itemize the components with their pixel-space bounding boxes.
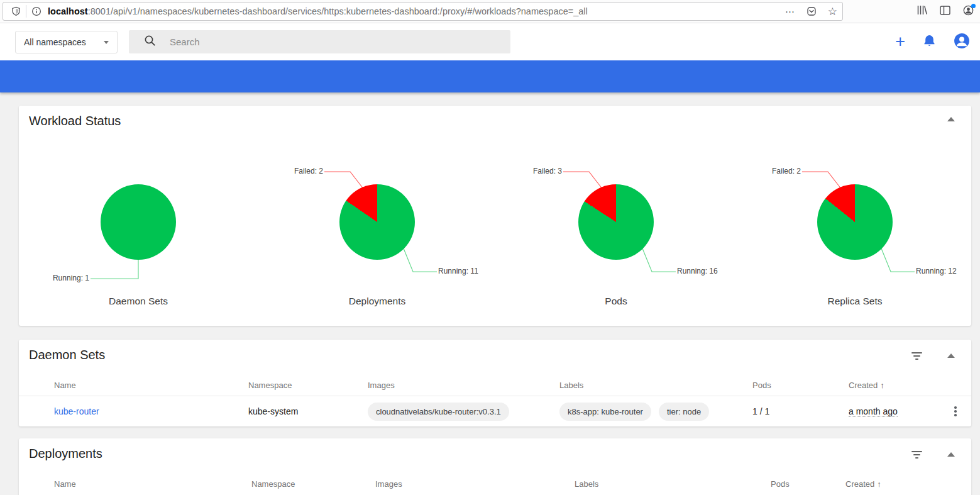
page-actions-icon[interactable]: ⋯ (785, 7, 795, 16)
deployments-title: Deployments (29, 447, 102, 461)
sidebar-icon[interactable] (940, 6, 950, 18)
browser-toolbar: localhost:8001/api/v1/namespaces/kuberne… (0, 0, 980, 23)
column-header-labels[interactable]: Labels (568, 479, 764, 489)
table-header: Name Namespace Images Labels Pods Create… (19, 374, 971, 396)
chart-label-failed: Failed: 2 (258, 167, 323, 175)
search-input[interactable] (170, 36, 471, 47)
deployments-card: Deployments Name Namespace Images Labels… (19, 438, 971, 495)
label-chip: k8s-app: kube-router (559, 403, 651, 421)
connector-line (881, 248, 915, 272)
site-info-icon[interactable] (29, 4, 44, 19)
connector-line (91, 260, 138, 279)
divider (26, 5, 26, 18)
workload-charts-row: Running: 1 Daemon Sets Failed: 2 Running… (19, 146, 971, 316)
chart-title: Deployments (258, 296, 497, 307)
column-header-created[interactable]: Created↑ (842, 381, 940, 390)
search-icon (144, 35, 156, 49)
chart-title: Daemon Sets (19, 296, 258, 307)
url-path: :8001/api/v1/namespaces/kubernetes-dashb… (88, 6, 588, 16)
workload-status-card: Workload Status Running: 1 Daemon Sets F… (19, 106, 971, 326)
connector-line (642, 248, 676, 272)
column-header-namespace[interactable]: Namespace (245, 479, 369, 489)
connector-line (324, 172, 363, 189)
sort-ascending-icon: ↑ (877, 479, 881, 489)
address-bar[interactable]: localhost:8001/api/v1/namespaces/kuberne… (3, 2, 843, 21)
column-header-created[interactable]: Created↑ (839, 479, 938, 489)
cell-pods: 1 / 1 (746, 406, 842, 416)
image-chip: cloudnativelabs/kube-router:v0.3.1 (368, 403, 509, 421)
row-actions-menu-icon[interactable] (952, 404, 959, 419)
chart-title: Pods (497, 296, 735, 307)
notifications-bell-icon[interactable] (923, 34, 936, 50)
chart-label-running: Running: 12 (916, 267, 957, 275)
column-header-name[interactable]: Name (48, 381, 242, 390)
search-bar[interactable] (129, 30, 510, 53)
chart-label-running: Running: 16 (677, 267, 718, 275)
daemon-sets-title: Daemon Sets (29, 348, 105, 362)
collapse-card-icon[interactable] (947, 117, 955, 121)
table-header: Name Namespace Images Labels Pods Create… (19, 473, 971, 494)
filter-icon[interactable] (911, 351, 922, 360)
chart-label-failed: Failed: 2 (735, 167, 801, 175)
daemon-sets-card: Daemon Sets Name Namespace Images Labels… (19, 340, 971, 426)
collapse-card-icon[interactable] (947, 452, 955, 457)
pie-chart (339, 184, 415, 260)
user-account-icon[interactable] (954, 33, 970, 52)
chevron-down-icon (104, 41, 109, 44)
column-header-pods[interactable]: Pods (746, 381, 842, 390)
connector-line (563, 172, 602, 189)
label-chip: tier: node (659, 403, 709, 421)
column-header-labels[interactable]: Labels (553, 381, 746, 390)
library-icon[interactable] (917, 5, 927, 18)
chart-label-running: Running: 11 (438, 267, 478, 275)
chart-label-running: Running: 1 (20, 274, 89, 282)
cell-namespace: kube-system (242, 406, 361, 416)
namespace-selector-value: All namespaces (24, 37, 86, 47)
collapse-card-icon[interactable] (947, 353, 955, 358)
bookmark-star-icon[interactable]: ☆ (828, 6, 837, 17)
chart-daemon-sets: Running: 1 Daemon Sets (19, 146, 258, 316)
column-header-name[interactable]: Name (48, 479, 245, 489)
chart-replica-sets: Failed: 2 Running: 12 Replica Sets (735, 146, 974, 316)
table-row: kube-router kube-system cloudnativelabs/… (19, 396, 971, 426)
pie-chart (101, 184, 176, 260)
firefox-account-icon[interactable] (963, 5, 974, 18)
app-header-banner (0, 60, 980, 92)
create-resource-button[interactable]: + (895, 33, 905, 50)
column-header-namespace[interactable]: Namespace (242, 381, 361, 390)
url-host: localhost (48, 6, 88, 16)
tracking-protection-shield-icon[interactable] (8, 4, 23, 19)
column-header-pods[interactable]: Pods (764, 479, 839, 489)
chart-title: Replica Sets (735, 296, 974, 307)
workload-status-title: Workload Status (29, 114, 121, 128)
connector-line (802, 172, 841, 189)
dashboard-toolbar: All namespaces + (0, 23, 980, 60)
column-header-images[interactable]: Images (361, 381, 553, 390)
column-header-images[interactable]: Images (369, 479, 568, 489)
sort-ascending-icon: ↑ (880, 381, 884, 390)
pie-chart (817, 184, 893, 260)
chart-deployments: Failed: 2 Running: 11 Deployments (258, 146, 497, 316)
chart-pods: Failed: 3 Running: 16 Pods (497, 146, 735, 316)
pocket-icon[interactable] (804, 4, 819, 19)
namespace-selector[interactable]: All namespaces (15, 31, 118, 53)
daemon-set-link[interactable]: kube-router (54, 406, 99, 416)
url-text[interactable]: localhost:8001/api/v1/namespaces/kuberne… (48, 6, 780, 16)
chart-label-failed: Failed: 3 (497, 167, 562, 175)
connector-line (404, 248, 437, 272)
pie-chart (578, 184, 654, 260)
notification-dot (971, 4, 976, 8)
filter-icon[interactable] (911, 450, 922, 459)
cell-created: a month ago (849, 406, 898, 417)
